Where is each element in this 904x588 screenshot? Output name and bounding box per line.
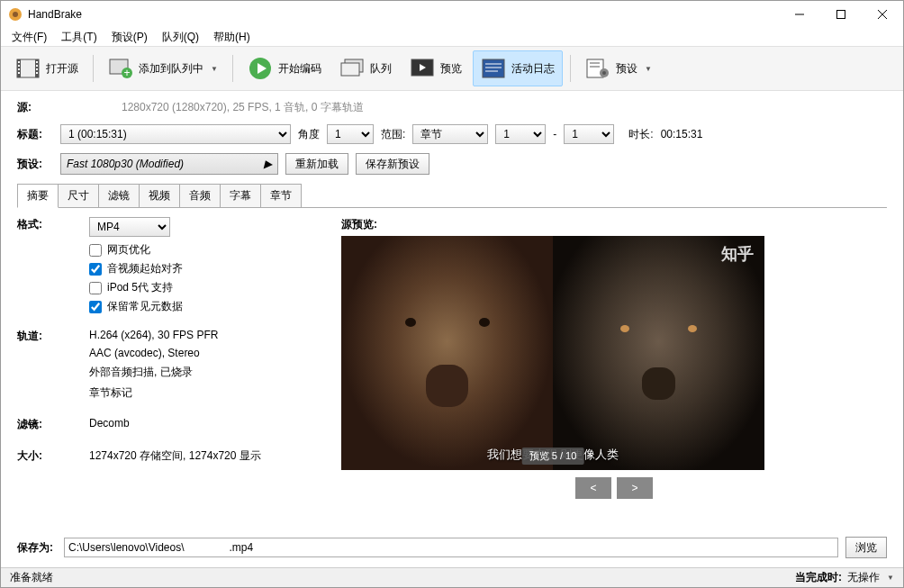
save-path-input[interactable]	[64, 538, 838, 557]
chevron-down-icon: ▼	[211, 65, 218, 73]
check-label: 保留常见元数据	[107, 299, 183, 314]
range-separator: -	[553, 128, 556, 140]
tab-audio[interactable]: 音频	[179, 184, 221, 207]
ipod-support-checkbox[interactable]	[89, 282, 102, 294]
menu-help[interactable]: 帮助(H)	[206, 28, 258, 47]
web-optimized-checkbox[interactable]	[89, 244, 102, 257]
browse-button[interactable]: 浏览	[845, 537, 887, 558]
minimize-button[interactable]	[779, 1, 820, 28]
app-icon	[8, 7, 23, 22]
menu-tools[interactable]: 工具(T)	[54, 28, 104, 47]
status-text: 准备就绪	[10, 570, 53, 585]
track-video: H.264 (x264), 30 FPS PFR	[89, 329, 314, 341]
range-type-select[interactable]: 章节	[412, 124, 488, 144]
svg-rect-9	[18, 61, 20, 63]
add-to-queue-button[interactable]: + 添加到队列中 ▼	[101, 50, 225, 86]
preview-prev-button[interactable]: <	[575, 477, 611, 499]
activity-log-button[interactable]: 活动日志	[473, 50, 563, 86]
filters-value: Decomb	[89, 417, 314, 430]
tabs: 摘要 尺寸 滤镜 视频 音频 字幕 章节	[17, 184, 887, 208]
add-queue-icon: +	[108, 56, 133, 81]
svg-rect-23	[341, 63, 359, 76]
chevron-right-icon: ▶	[264, 158, 272, 170]
chevron-down-icon: ▼	[645, 65, 652, 73]
track-subtitle: 外部音频扫描, 已烧录	[89, 365, 314, 380]
preview-counter: 预览 5 / 10	[522, 448, 584, 465]
toolbar-label: 预览	[440, 61, 462, 77]
open-source-button[interactable]: 打开源	[8, 50, 86, 86]
when-done-label: 当完成时:	[795, 570, 842, 585]
duration-value: 00:15:31	[661, 128, 703, 140]
range-label: 范围:	[381, 127, 405, 142]
preset-select[interactable]: Fast 1080p30 (Modified) ▶	[60, 153, 278, 175]
check-label: iPod 5代 支持	[107, 280, 173, 295]
track-audio: AAC (avcodec), Stereo	[89, 347, 314, 359]
tab-subtitles[interactable]: 字幕	[220, 184, 261, 207]
preset-label: 预设:	[17, 157, 53, 172]
preview-label: 源预览:	[341, 217, 887, 232]
title-select[interactable]: 1 (00:15:31)	[60, 124, 291, 144]
preview-next-button[interactable]: >	[617, 477, 653, 499]
svg-rect-13	[36, 61, 38, 63]
play-icon	[248, 56, 273, 81]
tracks-label: 轨道:	[17, 329, 89, 344]
source-info: 1280x720 (1280x720), 25 FPS, 1 音轨, 0 字幕轨…	[122, 100, 364, 115]
filters-label: 滤镜:	[17, 417, 89, 432]
tab-summary[interactable]: 摘要	[17, 184, 59, 208]
title-label: 标题:	[17, 127, 53, 142]
status-bar: 准备就绪 当完成时: 无操作 ▼	[1, 567, 903, 587]
format-label: 格式:	[17, 217, 89, 232]
tab-chapters[interactable]: 章节	[260, 184, 302, 207]
reload-preset-button[interactable]: 重新加载	[285, 153, 348, 175]
menu-queue[interactable]: 队列(Q)	[155, 28, 206, 47]
when-done-value[interactable]: 无操作	[847, 570, 880, 585]
presets-button[interactable]: 预设 ▼	[578, 50, 659, 86]
preview-icon	[410, 56, 435, 81]
preview-button[interactable]: 预览	[402, 50, 469, 86]
svg-point-1	[13, 12, 18, 17]
queue-button[interactable]: 队列	[332, 50, 399, 86]
range-to-select[interactable]: 1	[564, 124, 614, 144]
separator	[570, 55, 571, 82]
svg-rect-10	[18, 65, 20, 67]
film-icon	[15, 56, 41, 81]
check-label: 音视频起始对齐	[107, 261, 183, 276]
menu-presets[interactable]: 预设(P)	[104, 28, 155, 47]
svg-text:+: +	[123, 67, 130, 78]
chevron-down-icon: ▼	[887, 574, 894, 582]
toolbar-label: 开始编码	[278, 61, 321, 77]
format-select[interactable]: MP4	[89, 217, 170, 237]
log-icon	[481, 56, 506, 81]
angle-select[interactable]: 1	[327, 124, 374, 144]
toolbar-label: 预设	[616, 61, 637, 77]
save-preset-button[interactable]: 保存新预设	[356, 153, 429, 175]
toolbar-label: 活动日志	[511, 61, 555, 77]
svg-rect-15	[36, 68, 38, 70]
source-label: 源:	[17, 100, 53, 115]
svg-rect-12	[18, 72, 20, 74]
presets-icon	[585, 56, 610, 81]
close-button[interactable]	[862, 1, 903, 28]
range-from-select[interactable]: 1	[495, 124, 546, 144]
start-encode-button[interactable]: 开始编码	[240, 50, 329, 86]
queue-icon	[339, 56, 365, 81]
menu-file[interactable]: 文件(F)	[5, 28, 54, 47]
duration-label: 时长:	[628, 127, 653, 142]
menu-bar: 文件(F) 工具(T) 预设(P) 队列(Q) 帮助(H)	[1, 28, 903, 46]
toolbar-label: 队列	[370, 61, 392, 77]
separator	[232, 55, 233, 82]
av-start-checkbox[interactable]	[89, 263, 102, 276]
save-label: 保存为:	[17, 540, 57, 556]
svg-rect-11	[18, 68, 20, 70]
preset-value: Fast 1080p30 (Modified)	[67, 158, 184, 170]
maximize-button[interactable]	[820, 1, 862, 28]
tab-video[interactable]: 视频	[139, 184, 180, 207]
svg-rect-26	[483, 59, 504, 77]
keep-metadata-checkbox[interactable]	[89, 301, 102, 313]
tab-filters[interactable]: 滤镜	[98, 184, 140, 207]
svg-rect-3	[837, 11, 845, 19]
tab-dimensions[interactable]: 尺寸	[58, 184, 99, 207]
svg-point-34	[602, 71, 606, 75]
toolbar-label: 添加到队列中	[139, 61, 203, 77]
title-bar: HandBrake	[1, 1, 903, 28]
